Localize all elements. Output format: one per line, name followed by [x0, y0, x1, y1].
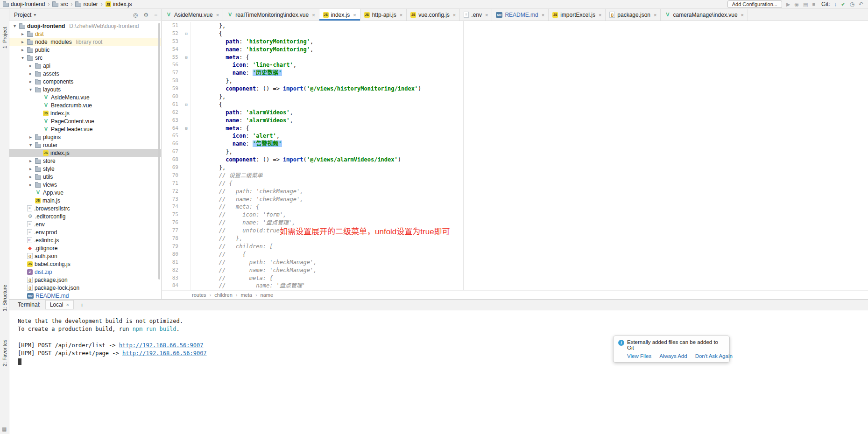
- tab-close-icon[interactable]: ×: [741, 12, 744, 18]
- tree-item-package-lock-json[interactable]: package-lock.json: [9, 284, 161, 292]
- breadcrumb-item-src[interactable]: src: [52, 1, 68, 7]
- code-line-52[interactable]: 52⊟ {: [162, 30, 868, 38]
- project-view-dropdown[interactable]: Project ▾: [14, 12, 36, 18]
- code-line-61[interactable]: 61⊟ {: [162, 101, 868, 109]
- code-line-67[interactable]: 67 },: [162, 148, 868, 156]
- tree-item-breadcrumb-vue[interactable]: Breadcrumb.vue: [9, 101, 161, 109]
- tree-item-router[interactable]: ▾router: [9, 141, 161, 149]
- tree-expand-arrow[interactable]: ▸: [28, 158, 33, 163]
- breadcrumb-item-duoji-frontend[interactable]: duoji-frontend: [3, 1, 45, 7]
- tree-item-readme-md[interactable]: README.md: [9, 292, 161, 299]
- tab-close-icon[interactable]: ×: [654, 12, 656, 18]
- code-line-59[interactable]: 59 component: () => import('@/views/hist…: [162, 85, 868, 93]
- code-line-76[interactable]: 76 // name: '盘点管理',: [162, 219, 868, 227]
- project-scrollbar[interactable]: [158, 23, 160, 280]
- tab-close-icon[interactable]: ×: [216, 12, 219, 18]
- close-icon[interactable]: ×: [66, 302, 69, 308]
- code-editor[interactable]: 51 },52⊟ {53 path: 'historyMonitoring',5…: [162, 21, 868, 290]
- tree-item-editorconfig[interactable]: .editorconfig: [9, 212, 161, 220]
- code-line-66[interactable]: 66 name: '告警视频': [162, 140, 868, 148]
- tree-item-env[interactable]: .env: [9, 220, 161, 228]
- code-line-51[interactable]: 51 },: [162, 22, 868, 30]
- tree-item-plugins[interactable]: ▸plugins: [9, 133, 161, 141]
- tree-item-pagecontent-vue[interactable]: PageContent.vue: [9, 117, 161, 125]
- tree-expand-arrow[interactable]: ▾: [20, 55, 25, 60]
- editor-breadcrumb-name[interactable]: name: [261, 292, 274, 298]
- tree-expand-arrow[interactable]: ▸: [28, 63, 33, 68]
- editor-tab-importexcel-js[interactable]: importExcel.js×: [549, 9, 606, 21]
- tree-item-index-js[interactable]: index.js: [9, 149, 161, 157]
- tree-item-dist[interactable]: ▸dist: [9, 30, 161, 38]
- tree-item-pageheader-vue[interactable]: PageHeader.vue: [9, 125, 161, 133]
- tree-expand-arrow[interactable]: ▸: [28, 166, 33, 171]
- code-line-54[interactable]: 54 name: 'historyMonitoring',: [162, 46, 868, 54]
- notification-action-always-add[interactable]: Always Add: [659, 353, 687, 359]
- tree-item-public[interactable]: ▸public: [9, 46, 161, 54]
- breadcrumb-item-router[interactable]: router: [75, 1, 98, 7]
- code-line-74[interactable]: 74 // meta: {: [162, 203, 868, 211]
- stop-icon[interactable]: [812, 2, 815, 7]
- editor-tab-readme-md[interactable]: README.md×: [492, 9, 549, 21]
- rollback-icon[interactable]: [859, 1, 863, 7]
- settings-icon[interactable]: [143, 12, 148, 18]
- editor-tab-http-api-js[interactable]: http-api.js×: [360, 9, 407, 21]
- tree-item-index-js[interactable]: index.js: [9, 109, 161, 117]
- tree-item-duoji-frontend[interactable]: ▾duoji-frontendD:\zheheWeb\duoji-fronten…: [9, 22, 161, 30]
- fold-icon[interactable]: ⊟: [183, 54, 191, 62]
- code-line-78[interactable]: 78 // },: [162, 235, 868, 243]
- tab-close-icon[interactable]: ×: [599, 12, 601, 18]
- editor-breadcrumb-routes[interactable]: routes: [192, 292, 206, 298]
- tool-button-structure[interactable]: 1: Structure: [0, 280, 9, 317]
- tree-item-package-json[interactable]: package.json: [9, 276, 161, 284]
- code-line-57[interactable]: 57 name: '历史数据': [162, 69, 868, 77]
- tab-close-icon[interactable]: ×: [312, 12, 315, 18]
- tree-item-dist-zip[interactable]: dist.zip: [9, 268, 161, 276]
- tree-expand-arrow[interactable]: ▸: [28, 174, 33, 179]
- notification-action-view-files[interactable]: View Files: [627, 353, 651, 359]
- editor-breadcrumb-meta[interactable]: meta: [240, 292, 252, 298]
- tree-expand-arrow[interactable]: ▸: [28, 71, 33, 76]
- editor-tab-index-js[interactable]: index.js×: [319, 9, 360, 21]
- profiler-icon[interactable]: [803, 2, 808, 7]
- editor-breadcrumb-children[interactable]: children: [214, 292, 233, 298]
- tree-item-style[interactable]: ▸style: [9, 165, 161, 173]
- tree-item-auth-json[interactable]: auth.json: [9, 252, 161, 260]
- tree-expand-arrow[interactable]: ▸: [28, 134, 33, 140]
- code-line-53[interactable]: 53 path: 'historyMonitoring',: [162, 38, 868, 46]
- new-terminal-button[interactable]: +: [78, 301, 86, 308]
- tree-expand-arrow[interactable]: ▾: [12, 23, 17, 28]
- terminal-tab-local[interactable]: Local ×: [45, 300, 74, 309]
- code-line-55[interactable]: 55⊟ meta: {: [162, 54, 868, 62]
- code-line-77[interactable]: 77 // unfold:true: [162, 227, 868, 235]
- tree-item-src[interactable]: ▾src: [9, 54, 161, 62]
- tree-item-api[interactable]: ▸api: [9, 62, 161, 70]
- editor-tab-cameramanage-index-vue[interactable]: cameraManage\index.vue×: [661, 9, 748, 21]
- tab-close-icon[interactable]: ×: [453, 12, 456, 18]
- tab-close-icon[interactable]: ×: [400, 12, 402, 18]
- tree-item-views[interactable]: ▸views: [9, 181, 161, 189]
- code-line-56[interactable]: 56 icon: 'line-chart',: [162, 61, 868, 69]
- tree-item-assets[interactable]: ▸assets: [9, 70, 161, 77]
- code-line-71[interactable]: 71 // {: [162, 180, 868, 188]
- tree-item-browserslistrc[interactable]: .browserslistrc: [9, 204, 161, 212]
- tab-close-icon[interactable]: ×: [353, 12, 356, 18]
- fold-icon[interactable]: ⊟: [183, 101, 191, 109]
- tool-button-project[interactable]: 1: Project: [0, 20, 9, 56]
- tree-item-app-vue[interactable]: App.vue: [9, 189, 161, 196]
- tree-expand-arrow[interactable]: ▸: [28, 79, 33, 84]
- editor-tab-realtimemonitoring-index-vue[interactable]: realTimeMonitoring\index.vue×: [223, 9, 319, 21]
- breadcrumb-item-index-js[interactable]: index.js: [106, 1, 132, 7]
- code-line-75[interactable]: 75 // icon: 'form',: [162, 211, 868, 219]
- tree-expand-arrow[interactable]: ▸: [20, 39, 25, 44]
- tab-close-icon[interactable]: ×: [542, 12, 544, 18]
- tree-expand-arrow[interactable]: ▾: [28, 142, 33, 147]
- tree-expand-arrow[interactable]: ▸: [28, 182, 33, 187]
- tree-item-node-modules[interactable]: ▸node_moduleslibrary root: [9, 38, 161, 46]
- code-line-81[interactable]: 81 // path: 'checkManage',: [162, 259, 868, 266]
- tree-item-components[interactable]: ▸components: [9, 77, 161, 85]
- code-line-73[interactable]: 73 // name: 'checkManage',: [162, 196, 868, 203]
- code-line-84[interactable]: 84 // name: '盘点管理': [162, 282, 868, 290]
- tree-item-env-prod[interactable]: .env.prod: [9, 228, 161, 236]
- tree-expand-arrow[interactable]: ▾: [28, 87, 33, 92]
- code-line-63[interactable]: 63 name: 'alarmVideos',: [162, 117, 868, 125]
